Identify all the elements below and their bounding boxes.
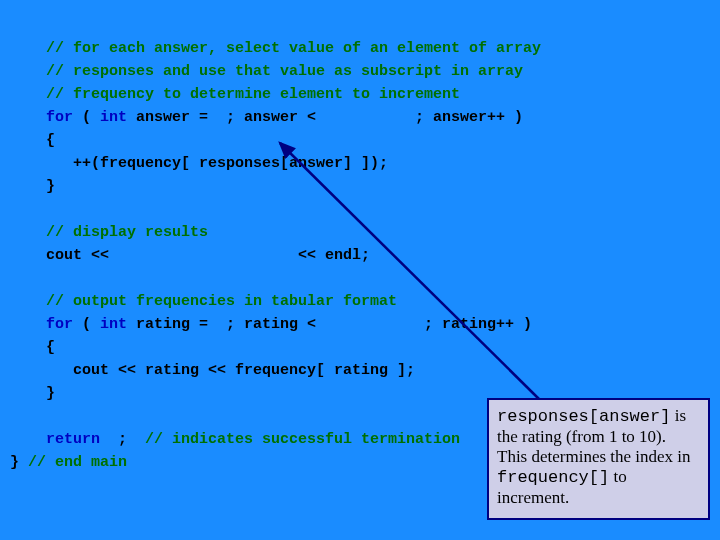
blank-line [46,408,55,425]
code-text: cout << rating << frequency[ rating ]; [46,362,415,379]
comment-line: // responses and use that value as subsc… [46,63,523,80]
code-text: } [46,178,55,195]
comment-line: // output frequencies in tabular format [46,293,397,310]
code-text: ( [73,109,100,126]
code-text: rating = ; rating < ; rating++ ) [127,316,532,333]
code-text: } [10,454,28,471]
code-text: ; [100,431,145,448]
code-text: } [46,385,55,402]
keyword-for: for [46,109,73,126]
comment-line: // end main [28,454,127,471]
code-text: cout << << endl; [46,247,370,264]
code-text: { [46,339,55,356]
annotation-callout: responses[answer] is the rating (from 1 … [487,398,710,520]
annotation-code-ref: frequency[] [497,468,609,487]
keyword-int: int [100,109,127,126]
keyword-int: int [100,316,127,333]
code-text: { [46,132,55,149]
comment-line: // frequency to determine element to inc… [46,86,460,103]
comment-line: // indicates successful termination [145,431,460,448]
annotation-code-ref: responses[answer] [497,407,670,426]
comment-line: // display results [46,224,208,241]
keyword-return: return [46,431,100,448]
code-text: answer = ; answer < ; answer++ ) [127,109,523,126]
blank-line [46,201,55,218]
code-text: ( [73,316,100,333]
keyword-for: for [46,316,73,333]
blank-line [46,270,55,287]
code-text: ++(frequency[ responses[answer] ]); [46,155,388,172]
comment-line: // for each answer, select value of an e… [46,40,541,57]
